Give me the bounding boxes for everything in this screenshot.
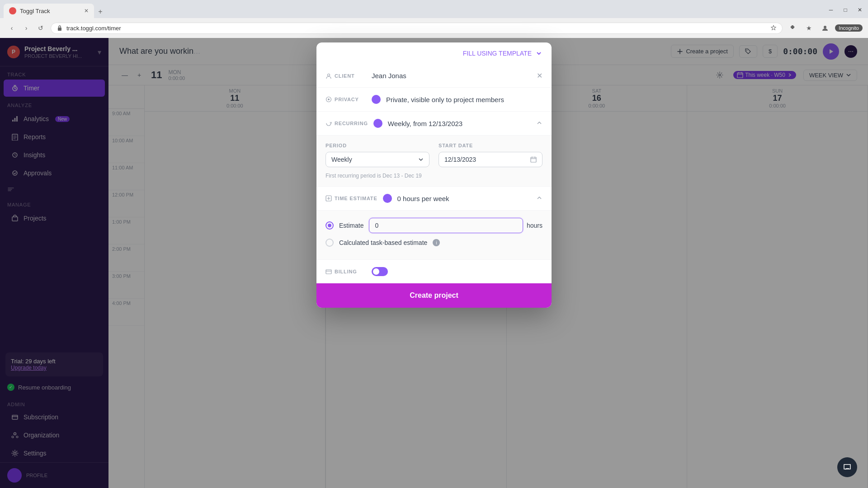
client-icon [326,73,332,79]
estimate-radio-button[interactable] [326,221,334,230]
extensions-button[interactable] [786,22,799,34]
svg-rect-22 [531,157,536,162]
fill-template-label: FILL USING TEMPLATE [463,50,532,57]
modal-body: CLIENT Jean Jonas ✕ PRIVACY Priva [316,64,552,283]
svg-point-19 [328,74,330,76]
recurring-toggle[interactable] [373,119,382,128]
reload-button[interactable]: ↺ [34,22,47,34]
start-date-field: START DATE 12/13/2023 [439,143,542,167]
back-button[interactable]: ‹ [5,22,18,34]
svg-rect-1 [58,28,61,31]
profile-button[interactable] [819,22,831,34]
forward-button[interactable]: › [20,22,33,34]
time-estimate-expanded-panel: Estimate hours Calculated task-based est… [316,211,552,260]
recurring-expanded-panel: PERIOD Weekly START DATE 12/13/2023 [316,136,552,187]
new-tab-button[interactable]: + [94,5,107,18]
window-maximize-button[interactable]: □ [839,4,852,16]
privacy-value: Private, visible only to project members [386,96,542,103]
time-estimate-value: 0 hours per week [397,195,531,202]
hours-unit-label: hours [527,222,542,229]
window-close-button[interactable]: ✕ [854,4,866,16]
task-based-radio-button[interactable] [326,239,334,247]
estimate-label: Estimate [339,222,363,229]
privacy-section: PRIVACY Private, visible only to project… [316,88,552,112]
privacy-icon [326,96,332,103]
time-estimate-toggle[interactable] [383,194,392,203]
billing-section: BILLING [316,260,552,283]
billing-toggle[interactable] [372,267,388,276]
task-based-label: Calculated task-based estimate [339,239,427,246]
recurring-label: RECURRING [335,121,368,126]
time-estimate-collapse-button[interactable] [536,195,542,202]
time-estimate-label: TIME ESTIMATE [335,196,377,201]
window-minimize-button[interactable]: ─ [825,4,837,16]
estimate-input[interactable] [369,218,523,233]
privacy-label: PRIVACY [335,97,359,102]
recurring-collapse-button[interactable] [536,120,542,127]
time-estimate-section: TIME ESTIMATE 0 hours per week [316,187,552,211]
svg-point-0 [11,9,14,13]
start-date-input[interactable]: 12/13/2023 [439,152,542,167]
billing-icon [326,268,332,275]
tab-favicon [9,7,16,14]
period-label: PERIOD [326,143,429,148]
create-project-modal: FILL USING TEMPLATE CLIENT Jean Jonas ✕ [316,42,552,308]
address-bar[interactable]: track.toggl.com/timer [51,23,783,34]
period-value: Weekly [331,156,352,163]
chat-button[interactable] [837,457,857,477]
billing-label: BILLING [335,269,357,274]
client-section: CLIENT Jean Jonas ✕ [316,64,552,88]
client-label: CLIENT [335,73,355,79]
recurring-value: Weekly, from 12/13/2023 [388,120,531,127]
template-chevron-icon [535,50,542,57]
incognito-badge: Incognito [835,24,863,32]
task-based-info-button[interactable]: i [433,239,440,246]
recurring-icon [326,120,332,127]
start-date-value: 12/13/2023 [444,156,476,163]
create-project-button[interactable]: Create project [316,283,552,308]
url-text: track.toggl.com/timer [66,25,767,32]
time-estimate-icon [326,195,332,202]
bookmark-button[interactable]: ★ [802,22,815,34]
period-field: PERIOD Weekly [326,143,429,167]
svg-point-2 [824,26,826,28]
chat-icon [843,463,852,472]
lock-icon [57,25,63,31]
calendar-input-icon [530,156,537,163]
client-value: Jean Jonas [372,72,531,80]
star-icon[interactable] [770,25,777,31]
svg-rect-24 [326,270,331,274]
recurring-section: RECURRING Weekly, from 12/13/2023 [316,112,552,136]
start-date-label: START DATE [439,143,542,148]
fill-template-button[interactable]: FILL USING TEMPLATE [463,50,542,57]
remove-client-button[interactable]: ✕ [537,71,542,80]
period-chevron-icon [418,157,424,162]
svg-point-21 [328,99,330,100]
period-select[interactable]: Weekly [326,152,429,167]
modal-overlay[interactable]: FILL USING TEMPLATE CLIENT Jean Jonas ✕ [0,38,868,488]
modal-top-bar: FILL USING TEMPLATE [316,42,552,64]
privacy-toggle[interactable] [372,95,381,104]
tab-title: Toggl Track [20,8,80,14]
tab-close-button[interactable]: ✕ [84,8,89,14]
recurring-hint: First recurring period is Dec 13 - Dec 1… [326,173,542,179]
browser-tab[interactable]: Toggl Track ✕ [4,4,94,18]
